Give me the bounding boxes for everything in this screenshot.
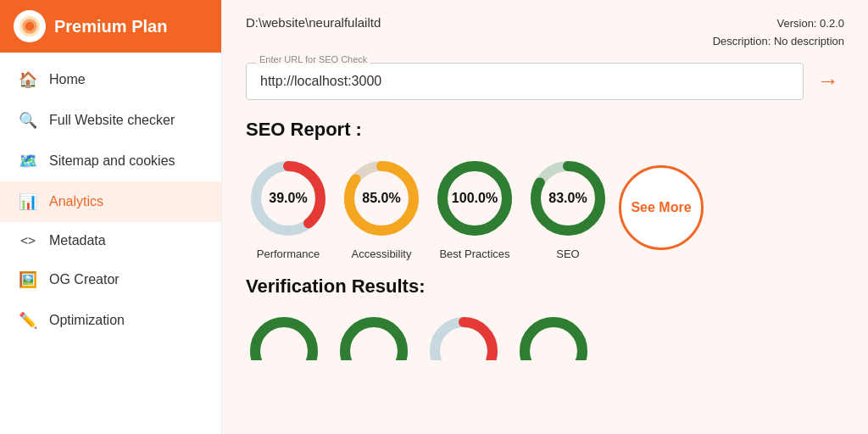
sidebar-logo [14,10,46,42]
verif-gauge-v3 [426,313,502,360]
verif-row [246,313,844,360]
sidebar-item-home[interactable]: 🏠 Home [0,59,221,100]
gauge-best-practices: 100.0%Best Practices [432,156,517,260]
gauge-seo: 83.0%SEO [526,156,610,260]
donut-wrap-best-practices: 100.0% [432,156,517,241]
plan-label: Premium Plan [54,17,167,36]
sidebar-nav: 🏠 Home 🔍 Full Website checker 🗺️ Sitemap… [0,53,221,434]
sidebar-label-home: Home [49,72,86,87]
donut-wrap-performance: 39.0% [246,156,331,241]
svg-point-12 [255,322,313,360]
sidebar-item-metadata[interactable]: <> Metadata [0,222,221,259]
analytics-icon: 📊 [19,192,37,211]
donut-value-accessibility: 85.0% [362,191,400,206]
donut-value-best-practices: 100.0% [452,191,498,206]
sidebar-label-og-creator: OG Creator [49,272,120,287]
gauge-label-performance: Performance [257,248,320,260]
version-block: Version: 0.2.0 Description: No descripti… [713,15,844,51]
donut-value-performance: 39.0% [269,191,307,206]
see-more-button[interactable]: See More [619,165,704,250]
verif-donut-v3 [426,313,502,360]
verif-donut-v4 [515,313,592,360]
image-icon: 🖼️ [19,270,37,289]
verification-title: Verification Results: [246,275,844,298]
svg-point-18 [525,322,582,360]
home-icon: 🏠 [19,70,37,89]
verif-gauge-v1 [246,313,322,360]
sidebar-label-analytics: Analytics [49,194,103,209]
verif-donut-v2 [336,313,412,360]
map-icon: 🗺️ [19,152,37,170]
gauge-label-seo: SEO [556,248,579,260]
search-icon: 🔍 [19,111,37,130]
sidebar-label-metadata: Metadata [49,233,106,248]
svg-point-14 [345,322,403,360]
seo-report-section: SEO Report : 39.0%Performance 85.0%Acces… [246,119,844,260]
url-field-wrap: Enter URL for SEO Check → [246,63,844,100]
donut-wrap-seo: 83.0% [526,156,610,241]
donut-value-seo: 83.0% [548,191,587,206]
description-text: Description: No description [713,33,844,51]
version-text: Version: 0.2.0 [713,15,844,33]
verif-gauge-v4 [515,313,592,360]
file-path: D:\website\neuralfulailtd [246,15,381,30]
top-meta: D:\website\neuralfulailtd Version: 0.2.0… [246,15,844,51]
sidebar-item-optimization[interactable]: ✏️ Optimization [0,300,221,341]
verif-gauge-v2 [336,313,412,360]
code-icon: <> [19,233,37,248]
url-field-label: Enter URL for SEO Check [256,54,370,64]
url-field-row: → [246,63,844,100]
sidebar-item-sitemap-cookies[interactable]: 🗺️ Sitemap and cookies [0,141,221,181]
edit-icon: ✏️ [19,311,37,330]
arrow-right-icon: → [817,68,839,94]
sidebar: Premium Plan 🏠 Home 🔍 Full Website check… [0,0,222,434]
donut-wrap-accessibility: 85.0% [339,156,424,241]
url-go-button[interactable]: → [812,64,844,97]
see-more-item: See More [619,165,704,250]
gauge-label-accessibility: Accessibility [352,248,412,260]
sidebar-header: Premium Plan [0,0,221,53]
gauges-row: 39.0%Performance 85.0%Accessibility 100.… [246,156,844,260]
sidebar-label-sitemap-cookies: Sitemap and cookies [49,153,175,169]
gauge-accessibility: 85.0%Accessibility [339,156,424,260]
gauge-performance: 39.0%Performance [246,156,331,260]
svg-point-2 [25,22,35,31]
seo-report-title: SEO Report : [246,119,844,141]
sidebar-label-full-website-checker: Full Website checker [49,113,175,128]
sidebar-item-full-website-checker[interactable]: 🔍 Full Website checker [0,100,221,141]
url-input[interactable] [246,63,804,100]
sidebar-item-analytics[interactable]: 📊 Analytics [0,181,221,222]
gauge-label-best-practices: Best Practices [439,248,509,260]
verif-donut-v1 [246,313,322,360]
main-content: D:\website\neuralfulailtd Version: 0.2.0… [222,0,868,434]
verification-section: Verification Results: [246,275,844,360]
sidebar-item-og-creator[interactable]: 🖼️ OG Creator [0,259,221,300]
sidebar-label-optimization: Optimization [49,313,125,328]
